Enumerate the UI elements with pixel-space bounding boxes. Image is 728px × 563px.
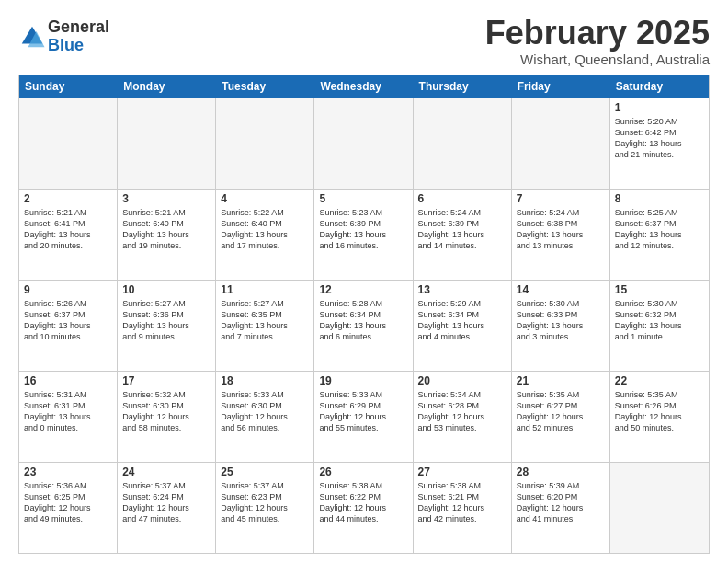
calendar: SundayMondayTuesdayWednesdayThursdayFrid… (18, 75, 710, 554)
header-day-friday: Friday (512, 75, 610, 98)
week-row-3: 9Sunrise: 5:26 AM Sunset: 6:37 PM Daylig… (19, 280, 709, 371)
cal-cell (414, 98, 512, 189)
week-row-1: 1Sunrise: 5:20 AM Sunset: 6:42 PM Daylig… (19, 98, 709, 189)
cal-cell: 11Sunrise: 5:27 AM Sunset: 6:35 PM Dayli… (216, 281, 314, 371)
day-info: Sunrise: 5:21 AM Sunset: 6:40 PM Dayligh… (122, 207, 210, 252)
week-row-2: 2Sunrise: 5:21 AM Sunset: 6:41 PM Daylig… (19, 189, 709, 280)
day-info: Sunrise: 5:27 AM Sunset: 6:35 PM Dayligh… (221, 298, 309, 343)
day-number: 2 (24, 192, 112, 205)
title-section: February 2025 Wishart, Queensland, Austr… (485, 15, 710, 67)
cal-cell: 15Sunrise: 5:30 AM Sunset: 6:32 PM Dayli… (610, 281, 709, 371)
day-info: Sunrise: 5:30 AM Sunset: 6:32 PM Dayligh… (615, 298, 704, 343)
cal-cell: 17Sunrise: 5:32 AM Sunset: 6:30 PM Dayli… (118, 372, 216, 462)
day-number: 3 (122, 192, 210, 205)
day-info: Sunrise: 5:35 AM Sunset: 6:27 PM Dayligh… (517, 389, 605, 434)
week-row-5: 23Sunrise: 5:36 AM Sunset: 6:25 PM Dayli… (19, 462, 709, 553)
cal-cell: 13Sunrise: 5:29 AM Sunset: 6:34 PM Dayli… (414, 281, 512, 371)
cal-cell (216, 98, 314, 189)
day-number: 23 (24, 465, 112, 478)
cal-cell: 25Sunrise: 5:37 AM Sunset: 6:23 PM Dayli… (216, 463, 314, 553)
header-day-tuesday: Tuesday (216, 75, 314, 98)
cal-cell: 3Sunrise: 5:21 AM Sunset: 6:40 PM Daylig… (118, 190, 216, 280)
logo-general: General (48, 18, 109, 37)
day-number: 25 (221, 465, 309, 478)
day-info: Sunrise: 5:28 AM Sunset: 6:34 PM Dayligh… (319, 298, 407, 343)
day-number: 18 (221, 374, 309, 387)
month-title: February 2025 (485, 15, 710, 52)
location: Wishart, Queensland, Australia (485, 52, 710, 67)
day-info: Sunrise: 5:39 AM Sunset: 6:20 PM Dayligh… (517, 480, 605, 525)
cal-cell: 18Sunrise: 5:33 AM Sunset: 6:30 PM Dayli… (216, 372, 314, 462)
cal-cell (19, 98, 118, 189)
day-info: Sunrise: 5:32 AM Sunset: 6:30 PM Dayligh… (122, 389, 210, 434)
day-number: 13 (418, 283, 506, 296)
cal-cell: 26Sunrise: 5:38 AM Sunset: 6:22 PM Dayli… (314, 463, 413, 553)
day-info: Sunrise: 5:22 AM Sunset: 6:40 PM Dayligh… (221, 207, 309, 252)
cal-cell (314, 98, 413, 189)
day-info: Sunrise: 5:21 AM Sunset: 6:41 PM Dayligh… (24, 207, 112, 252)
cal-cell: 7Sunrise: 5:24 AM Sunset: 6:38 PM Daylig… (512, 190, 610, 280)
day-info: Sunrise: 5:34 AM Sunset: 6:28 PM Dayligh… (418, 389, 506, 434)
day-info: Sunrise: 5:24 AM Sunset: 6:38 PM Dayligh… (517, 207, 605, 252)
cal-cell: 20Sunrise: 5:34 AM Sunset: 6:28 PM Dayli… (414, 372, 512, 462)
day-info: Sunrise: 5:29 AM Sunset: 6:34 PM Dayligh… (418, 298, 506, 343)
cal-cell: 9Sunrise: 5:26 AM Sunset: 6:37 PM Daylig… (19, 281, 118, 371)
day-number: 26 (319, 465, 407, 478)
cal-cell: 6Sunrise: 5:24 AM Sunset: 6:39 PM Daylig… (414, 190, 512, 280)
day-number: 20 (418, 374, 506, 387)
logo: General Blue (18, 18, 109, 55)
day-number: 7 (517, 192, 605, 205)
day-info: Sunrise: 5:36 AM Sunset: 6:25 PM Dayligh… (24, 480, 112, 525)
day-info: Sunrise: 5:30 AM Sunset: 6:33 PM Dayligh… (517, 298, 605, 343)
header-day-monday: Monday (118, 75, 216, 98)
day-info: Sunrise: 5:37 AM Sunset: 6:23 PM Dayligh… (221, 480, 309, 525)
day-info: Sunrise: 5:25 AM Sunset: 6:37 PM Dayligh… (615, 207, 704, 252)
day-number: 5 (319, 192, 407, 205)
cal-cell: 27Sunrise: 5:38 AM Sunset: 6:21 PM Dayli… (414, 463, 512, 553)
day-info: Sunrise: 5:31 AM Sunset: 6:31 PM Dayligh… (24, 389, 112, 434)
day-number: 17 (122, 374, 210, 387)
day-number: 6 (418, 192, 506, 205)
cal-cell: 21Sunrise: 5:35 AM Sunset: 6:27 PM Dayli… (512, 372, 610, 462)
day-number: 16 (24, 374, 112, 387)
day-number: 9 (24, 283, 112, 296)
cal-cell (512, 98, 610, 189)
day-info: Sunrise: 5:35 AM Sunset: 6:26 PM Dayligh… (615, 389, 704, 434)
cal-cell (610, 463, 709, 553)
header: General Blue February 2025 Wishart, Quee… (18, 15, 710, 67)
day-number: 11 (221, 283, 309, 296)
day-number: 27 (418, 465, 506, 478)
cal-cell: 2Sunrise: 5:21 AM Sunset: 6:41 PM Daylig… (19, 190, 118, 280)
day-info: Sunrise: 5:37 AM Sunset: 6:24 PM Dayligh… (122, 480, 210, 525)
day-info: Sunrise: 5:38 AM Sunset: 6:22 PM Dayligh… (319, 480, 407, 525)
header-day-sunday: Sunday (19, 75, 118, 98)
day-number: 24 (122, 465, 210, 478)
cal-cell: 22Sunrise: 5:35 AM Sunset: 6:26 PM Dayli… (610, 372, 709, 462)
logo-icon (18, 23, 46, 51)
cal-cell: 19Sunrise: 5:33 AM Sunset: 6:29 PM Dayli… (314, 372, 413, 462)
day-info: Sunrise: 5:38 AM Sunset: 6:21 PM Dayligh… (418, 480, 506, 525)
page: General Blue February 2025 Wishart, Quee… (0, 0, 728, 563)
cal-cell: 8Sunrise: 5:25 AM Sunset: 6:37 PM Daylig… (610, 190, 709, 280)
logo-blue: Blue (48, 37, 109, 55)
cal-cell: 16Sunrise: 5:31 AM Sunset: 6:31 PM Dayli… (19, 372, 118, 462)
cal-cell: 10Sunrise: 5:27 AM Sunset: 6:36 PM Dayli… (118, 281, 216, 371)
day-number: 1 (615, 101, 704, 114)
calendar-header: SundayMondayTuesdayWednesdayThursdayFrid… (19, 75, 709, 98)
calendar-body: 1Sunrise: 5:20 AM Sunset: 6:42 PM Daylig… (19, 98, 709, 553)
cal-cell: 23Sunrise: 5:36 AM Sunset: 6:25 PM Dayli… (19, 463, 118, 553)
day-number: 8 (615, 192, 704, 205)
day-info: Sunrise: 5:33 AM Sunset: 6:29 PM Dayligh… (319, 389, 407, 434)
day-number: 22 (615, 374, 704, 387)
day-info: Sunrise: 5:23 AM Sunset: 6:39 PM Dayligh… (319, 207, 407, 252)
day-number: 21 (517, 374, 605, 387)
week-row-4: 16Sunrise: 5:31 AM Sunset: 6:31 PM Dayli… (19, 371, 709, 462)
cal-cell: 12Sunrise: 5:28 AM Sunset: 6:34 PM Dayli… (314, 281, 413, 371)
cal-cell: 24Sunrise: 5:37 AM Sunset: 6:24 PM Dayli… (118, 463, 216, 553)
day-info: Sunrise: 5:24 AM Sunset: 6:39 PM Dayligh… (418, 207, 506, 252)
cal-cell: 4Sunrise: 5:22 AM Sunset: 6:40 PM Daylig… (216, 190, 314, 280)
cal-cell: 14Sunrise: 5:30 AM Sunset: 6:33 PM Dayli… (512, 281, 610, 371)
cal-cell: 5Sunrise: 5:23 AM Sunset: 6:39 PM Daylig… (314, 190, 413, 280)
day-number: 14 (517, 283, 605, 296)
day-number: 15 (615, 283, 704, 296)
